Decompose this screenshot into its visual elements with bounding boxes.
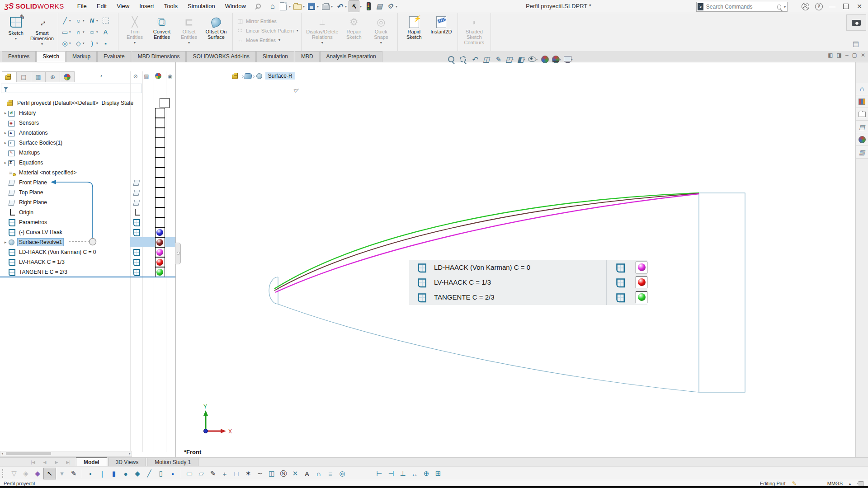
axis-tool[interactable]: +	[219, 468, 231, 479]
offset-on-surface-button[interactable]: Offset On Surface	[203, 15, 229, 40]
command-tab[interactable]: Analysis Preparation	[320, 51, 382, 62]
display-pane-cell[interactable]	[130, 188, 175, 197]
search-commands-box[interactable]: > ▾	[696, 2, 788, 12]
strip-control-icon[interactable]: ◧	[828, 52, 833, 58]
note-tool[interactable]: Ⓝ	[278, 468, 289, 479]
appearance-sphere-box[interactable]	[155, 188, 165, 197]
tree-item-label[interactable]: Perfil proyectil (Default<<Default>_Disp…	[16, 99, 135, 107]
coincident[interactable]: ⊕	[420, 468, 432, 479]
tree-item-label[interactable]: TANGENTE C = 2/3	[18, 268, 69, 276]
file-explorer-button[interactable]	[856, 108, 868, 121]
menu-item[interactable]: View	[112, 0, 134, 13]
tree-filter-box[interactable]	[1, 84, 142, 93]
appearance-sphere-box[interactable]	[160, 98, 170, 108]
design-library-button[interactable]	[856, 95, 868, 108]
mirror-tool[interactable]: ◫	[266, 468, 278, 479]
dim-left[interactable]: ⊢	[373, 468, 385, 479]
appearance-sphere-box[interactable]	[636, 291, 647, 303]
strip-control-icon[interactable]: –	[845, 52, 849, 58]
tree-item[interactable]: ▸ Surface Bodies(1)	[0, 138, 175, 148]
restore-button[interactable]	[839, 1, 853, 12]
construction-rect[interactable]: ◻	[231, 468, 242, 479]
display-pane-cell[interactable]	[130, 217, 175, 227]
tree-item[interactable]: LV-HAACK C = 1/3	[0, 257, 175, 267]
hide-show-column-icon[interactable]: ⊘	[133, 73, 138, 80]
units-selector[interactable]: MMGS	[827, 481, 843, 486]
tree-item-label[interactable]: LV-HAACK C = 1/3	[18, 258, 66, 266]
ink-sketch[interactable]: ✎	[68, 468, 80, 479]
sketch-entity-button[interactable]: ▭ ▾	[61, 26, 75, 38]
appearance-sphere-box[interactable]	[155, 138, 165, 148]
point-tool[interactable]: •	[85, 468, 96, 479]
home-button[interactable]	[268, 1, 278, 12]
gap[interactable]	[348, 468, 373, 479]
appearance-sphere-box[interactable]	[155, 207, 165, 217]
appearance-sphere-box[interactable]	[155, 227, 165, 237]
file-properties-button[interactable]	[374, 1, 384, 12]
pin-icon[interactable]	[255, 3, 261, 9]
appearance-sphere-box[interactable]	[155, 267, 165, 277]
tree-item-label[interactable]: LD-HAACK (Von Karman) C = 0	[18, 249, 97, 256]
sheet-tab[interactable]: 3D Views	[108, 458, 146, 467]
flyout-tree-item[interactable]: LD-HAACK (Von Karman) C = 0	[409, 260, 647, 275]
view-tool-button[interactable]: ◧ ▾	[516, 54, 526, 65]
tree-item[interactable]: Material <not specified>	[0, 168, 175, 178]
appearance-sphere-box[interactable]	[155, 217, 165, 227]
options-button[interactable]	[385, 1, 395, 12]
view-tool-button[interactable]: ↶	[469, 54, 479, 65]
appearance-sphere-box[interactable]	[155, 168, 165, 178]
transparency-column-icon[interactable]: ◉	[168, 73, 172, 80]
options-caret[interactable]: ▾	[396, 5, 397, 9]
move-entities-button[interactable]: Move Entities ▾	[236, 35, 298, 45]
revolve-feature-icon[interactable]	[256, 73, 263, 79]
feature-tree-tab[interactable]	[2, 71, 17, 82]
home-tab-button[interactable]	[856, 83, 868, 95]
sketch-entity-button[interactable]: N ▾	[88, 15, 102, 26]
star-tool[interactable]: ✶	[242, 468, 254, 479]
sketch-entity-button[interactable]: A	[102, 26, 115, 38]
appearance-sphere-box[interactable]	[636, 262, 647, 273]
expand-arrow[interactable]: ▸	[3, 141, 8, 145]
repair-sketch-button[interactable]: Repair Sketch	[341, 15, 367, 40]
property-manager-tab[interactable]: ▤	[17, 71, 31, 82]
tree-item-label[interactable]: Origin	[18, 209, 35, 216]
account-button[interactable]	[798, 1, 812, 12]
tree-item[interactable]: Sensors	[0, 118, 175, 128]
tree-item-label[interactable]: History	[18, 109, 37, 117]
sketch-entity-button[interactable]: ) ▾	[88, 38, 102, 49]
menu-item[interactable]: Insert	[134, 0, 159, 13]
undo-caret[interactable]: ▾	[345, 5, 347, 9]
appearance-sphere-box[interactable]	[155, 158, 165, 168]
dimxpert-tab[interactable]: ⊕	[46, 71, 60, 82]
command-tab[interactable]: Simulation	[256, 51, 294, 62]
sheet-nav-arrow[interactable]: |◀	[27, 458, 39, 467]
rectangle-tool[interactable]: ▭	[184, 468, 195, 479]
tree-item-label[interactable]: Material <not specified>	[18, 169, 78, 176]
view-tool-button[interactable]	[446, 54, 456, 65]
strip-control-icon[interactable]: ▢	[852, 52, 857, 58]
arc-tool[interactable]: ∩	[313, 468, 325, 479]
sketch-entity-button[interactable]: ╱ ▾	[61, 15, 75, 26]
view-tool-button[interactable]	[540, 54, 550, 65]
tree-item[interactable]: Markups	[0, 148, 175, 158]
sketch-entity-button[interactable]: ○ ▾	[75, 15, 88, 26]
strip-control-icon[interactable]: ◨	[837, 52, 842, 58]
filter[interactable]: ▽	[8, 468, 20, 479]
tree-item[interactable]: (-) Curva LV Haak	[0, 227, 175, 237]
rollback-bar[interactable]	[0, 277, 175, 277]
tree-item-label[interactable]: Parametros	[18, 219, 48, 226]
command-tab[interactable]: MBD Dimensions	[132, 51, 186, 62]
offset-tool[interactable]: ◎	[336, 468, 348, 479]
tree-item-label[interactable]: Top Plane	[18, 189, 44, 196]
rapid-sketch-button[interactable]: ⚡ Rapid Sketch	[401, 15, 427, 40]
appearance-sphere-box[interactable]	[155, 108, 165, 118]
tree-item[interactable]: Origin	[0, 207, 175, 217]
display-mode-column-icon[interactable]: ▧	[144, 73, 149, 80]
expand-arrow[interactable]: ▸	[3, 111, 8, 115]
sheet-nav-arrow[interactable]: ◀	[39, 458, 51, 467]
pencil-tool[interactable]: ✎	[207, 468, 219, 479]
command-tab[interactable]: MBD	[295, 51, 320, 62]
tree-item-label[interactable]: Front Plane	[18, 179, 48, 186]
new-document-button[interactable]	[278, 1, 288, 12]
units-caret[interactable]: ▴	[849, 482, 851, 486]
